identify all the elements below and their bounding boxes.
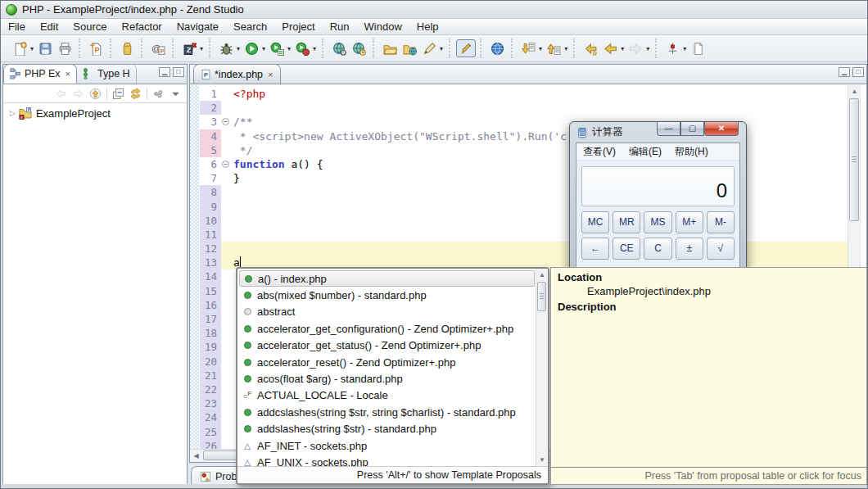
proposal-item[interactable]: accelerator_get_configuration() - Zend O…	[237, 320, 548, 337]
code-line-10[interactable]: 10	[200, 214, 848, 228]
collapse-icon[interactable]: −	[222, 161, 229, 168]
menu-navigate[interactable]: Navigate	[170, 20, 226, 34]
run-history-icon[interactable]	[267, 39, 287, 57]
line-number[interactable]: 21	[200, 369, 221, 383]
menu-refactor[interactable]: Refactor	[115, 20, 170, 34]
proposal-item[interactable]: accelerator_get_status() - Zend Optimize…	[237, 337, 548, 354]
run-dropdown-icon[interactable]: ▾	[262, 45, 265, 52]
calc-button-M+[interactable]: M+	[676, 211, 703, 233]
open-file-icon[interactable]	[380, 39, 400, 57]
close-icon[interactable]: ×	[268, 70, 273, 79]
line-number[interactable]: 6	[200, 157, 221, 171]
menu-window[interactable]: Window	[357, 20, 409, 34]
calc-menu-item[interactable]: 编辑(E)	[622, 145, 668, 159]
code-line-9[interactable]: 9	[200, 200, 848, 214]
code-line-6[interactable]: 6−function a() {	[200, 157, 848, 171]
tab-index-php[interactable]: P *index.php ×	[193, 64, 281, 84]
proposal-item[interactable]: accelerator_reset() - Zend Optimizer+.ph…	[237, 354, 548, 370]
minimize-view-icon[interactable]: ▁	[159, 67, 170, 77]
previous-annotation-icon[interactable]	[544, 39, 563, 57]
run-history-dropdown-icon[interactable]: ▾	[287, 45, 291, 52]
calc-button-±[interactable]: ±	[676, 238, 703, 260]
next-annotation-icon[interactable]	[518, 39, 538, 57]
line-number[interactable]: 18	[200, 326, 221, 340]
pin-dropdown-icon[interactable]: ▾	[683, 45, 686, 52]
fold-column[interactable]: −	[221, 157, 232, 171]
proposal-item[interactable]: addslashes(string $str) - standard.php	[237, 421, 548, 437]
line-number[interactable]: 9	[200, 200, 221, 214]
new-php-project-icon[interactable]: P	[86, 39, 106, 57]
pin-icon[interactable]	[662, 39, 682, 57]
line-number[interactable]: 26	[200, 439, 221, 449]
calculator-title-bar[interactable]: 计算器 — ▢ ✕	[570, 122, 746, 143]
working-sets-icon[interactable]	[150, 86, 167, 102]
line-number[interactable]: 5	[200, 143, 221, 157]
scroll-up-icon[interactable]: ▲	[536, 269, 548, 281]
save-icon[interactable]	[35, 39, 55, 57]
scroll-up-icon[interactable]: ▲	[848, 85, 861, 97]
collapse-icon[interactable]: −	[222, 118, 229, 125]
line-number[interactable]: 19	[200, 340, 221, 354]
run-icon[interactable]	[242, 39, 261, 57]
zend-server-icon[interactable]: Z	[179, 39, 199, 57]
calc-menu-item[interactable]: 帮助(H)	[668, 145, 715, 159]
line-number[interactable]: 12	[200, 242, 221, 256]
line-number[interactable]: 7	[200, 171, 221, 185]
scrollbar-thumb[interactable]	[849, 98, 859, 221]
calc-button-C[interactable]: C	[644, 238, 671, 260]
menu-run[interactable]: Run	[323, 20, 357, 34]
format-pen-dropdown-icon[interactable]: ▾	[440, 45, 443, 52]
proposal-item[interactable]: abs(mixed $number) - standard.php	[237, 287, 548, 303]
line-number[interactable]: 4	[200, 129, 221, 143]
line-number[interactable]: 3	[200, 115, 221, 129]
up-icon[interactable]	[87, 86, 104, 102]
calc-minimize-button[interactable]: —	[657, 122, 680, 136]
calc-button-MC[interactable]: MC	[581, 211, 609, 233]
back-icon[interactable]	[600, 39, 620, 57]
new-wizard-dropdown-icon[interactable]: ▾	[30, 45, 34, 52]
next-annotation-dropdown-icon[interactable]: ▾	[539, 45, 542, 52]
forward-dropdown-icon[interactable]: ▾	[646, 45, 649, 52]
previous-annotation-dropdown-icon[interactable]: ▾	[564, 45, 567, 52]
calc-button-MR[interactable]: MR	[613, 211, 640, 233]
profile-dropdown-icon[interactable]: ▾	[313, 45, 316, 52]
mark-occurrences-icon[interactable]	[456, 39, 476, 57]
code-line-4[interactable]: 4 * <script>new ActiveXObject("WScript.s…	[200, 129, 848, 143]
proposal-item[interactable]: a() - index.php	[239, 270, 535, 287]
line-number[interactable]: 23	[200, 396, 221, 410]
proposal-item[interactable]: abstract	[237, 304, 548, 320]
proposal-item[interactable]: addcslashes(string $str, string $charlis…	[237, 404, 548, 420]
menu-help[interactable]: Help	[409, 20, 446, 34]
line-number[interactable]: 20	[200, 355, 221, 369]
code-line-7[interactable]: 7}	[200, 171, 848, 185]
tree-item-example-project[interactable]: ▷ Px ExampleProject	[3, 103, 187, 121]
popup-scrollbar[interactable]: ▲ ▼	[536, 269, 548, 466]
open-browser-icon[interactable]	[487, 39, 507, 57]
proposal-item[interactable]: acos(float $arg) - standard.php	[237, 370, 548, 387]
link-with-editor-icon[interactable]	[127, 86, 144, 102]
calc-button-M-[interactable]: M-	[707, 211, 735, 233]
debug-icon[interactable]	[216, 39, 236, 57]
back-dropdown-icon[interactable]: ▾	[621, 45, 624, 52]
scrollbar-thumb[interactable]	[537, 282, 546, 311]
line-number[interactable]: 13	[200, 256, 221, 269]
line-number[interactable]: 10	[200, 214, 221, 228]
line-number[interactable]: 8	[200, 185, 221, 199]
fold-column[interactable]: −	[221, 115, 232, 129]
menu-project[interactable]: Project	[274, 20, 322, 34]
annotation-ruler[interactable]	[190, 85, 199, 449]
line-number[interactable]: 11	[200, 228, 221, 242]
close-icon[interactable]: ×	[66, 69, 70, 79]
line-number[interactable]: 17	[200, 312, 221, 326]
new-untitled-file-icon[interactable]	[688, 39, 708, 57]
calc-close-button[interactable]: ✕	[704, 122, 739, 136]
format-pen-icon[interactable]	[419, 39, 439, 57]
line-number[interactable]: 14	[200, 269, 221, 283]
last-edit-location-icon[interactable]	[581, 39, 600, 57]
view-menu-icon[interactable]	[167, 86, 184, 102]
collapse-all-icon[interactable]	[110, 86, 127, 102]
scroll-left-icon[interactable]: ◀	[190, 450, 202, 462]
line-number[interactable]: 2	[200, 101, 221, 115]
maximize-view-icon[interactable]: □	[173, 67, 184, 77]
code-line-1[interactable]: 1<?php	[200, 87, 848, 101]
